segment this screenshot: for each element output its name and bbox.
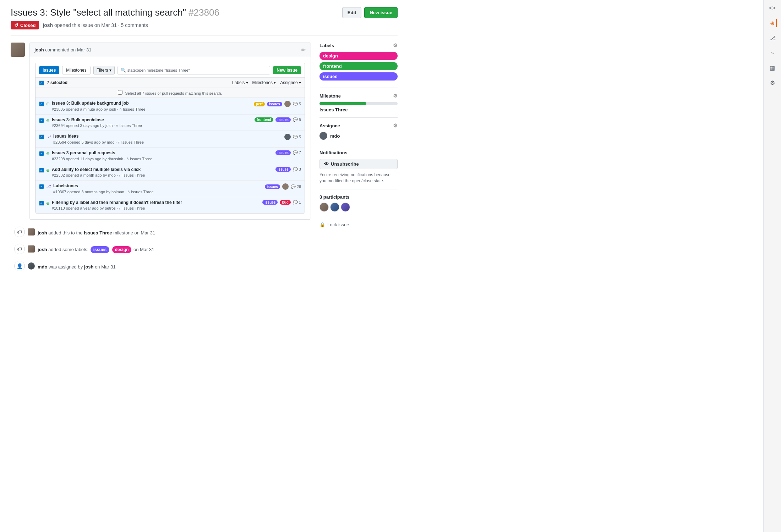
assignee-title: Assignee bbox=[320, 123, 340, 128]
row-checkbox-7[interactable] bbox=[39, 201, 44, 206]
divider bbox=[11, 35, 398, 35]
status-text: Closed bbox=[20, 23, 36, 28]
assignee-name: mdo bbox=[330, 133, 340, 139]
sidebar-notifications-section: Notifications 👁 Unsubscribe You're recei… bbox=[320, 145, 398, 189]
milestones-action[interactable]: Milestones ▾ bbox=[252, 80, 276, 85]
labels-gear-icon[interactable]: ⚙ bbox=[393, 43, 398, 48]
issues-list: ⊕ Issues 3: Bulk update background job #… bbox=[36, 98, 305, 213]
issue-content-1: Issues 3: Bulk update background job #23… bbox=[52, 101, 252, 111]
issue-right-6: issues 💬 26 bbox=[265, 183, 301, 190]
assignee-gear-icon[interactable]: ⚙ bbox=[393, 123, 398, 128]
table-row[interactable]: ⎇ Labelstones #19367 opened 3 months ago… bbox=[36, 181, 305, 197]
mini-filters-button[interactable]: Filters ▾ bbox=[93, 66, 115, 74]
mini-toolbar: Issues Milestones Filters ▾ 🔍 state:open… bbox=[36, 63, 305, 78]
comment-block: josh commented on Mar 31 ✏ Issues bbox=[11, 43, 311, 220]
commenter-name: josh bbox=[34, 47, 44, 52]
table-row[interactable]: ⊕ Add ability to select multiple labels … bbox=[36, 164, 305, 181]
notifications-title: Notifications bbox=[320, 150, 348, 155]
sidebar-labels-header: Labels ⚙ bbox=[320, 43, 398, 48]
label-issues: issues bbox=[267, 102, 282, 106]
title-text: Issues 3: Style "select all matching sea… bbox=[11, 7, 186, 18]
timeline-avatar-1 bbox=[28, 228, 35, 235]
table-row[interactable]: ⊕ Issues 3 personal pull requests #23298… bbox=[36, 148, 305, 164]
assignee-action[interactable]: Assignee ▾ bbox=[280, 80, 301, 85]
table-row[interactable]: ⊕ Issues 3: Bulk update background job #… bbox=[36, 98, 305, 115]
issue-number: #23806 bbox=[189, 7, 219, 18]
assignee-avatar-3 bbox=[284, 134, 291, 140]
issues-icon[interactable]: ⊕ bbox=[769, 19, 777, 27]
issue-content-4: Issues 3 personal pull requests #23298 o… bbox=[52, 150, 273, 161]
edit-comment-icon[interactable]: ✏ bbox=[301, 46, 306, 53]
icon-rail: <> ⊕ ⎇ ～ ▦ ⚙ bbox=[763, 0, 781, 285]
timeline-avatar-3 bbox=[28, 262, 35, 270]
timeline-text-2: josh added some labels: issues design on… bbox=[38, 245, 154, 253]
settings-icon[interactable]: ⚙ bbox=[769, 79, 776, 87]
mini-issues-ui: Issues Milestones Filters ▾ 🔍 state:open… bbox=[35, 63, 305, 214]
pulse-icon[interactable]: ～ bbox=[769, 49, 776, 57]
milestone-bar-fill bbox=[320, 102, 366, 105]
label-issues: issues bbox=[320, 72, 398, 81]
timeline-event-milestone: 🏷 josh added this to the Issues Three mi… bbox=[11, 227, 311, 237]
label-issues-6: issues bbox=[265, 184, 280, 189]
mini-issues-tab[interactable]: Issues bbox=[39, 66, 59, 74]
pull-requests-icon[interactable]: ⎇ bbox=[769, 34, 776, 42]
mini-search-box[interactable]: 🔍 state:open milestone:"Issues Three" bbox=[118, 66, 271, 74]
new-issue-button[interactable]: New issue bbox=[364, 7, 398, 18]
graphs-icon[interactable]: ▦ bbox=[769, 64, 776, 72]
code-icon[interactable]: <> bbox=[769, 4, 776, 12]
labels-action[interactable]: Labels ▾ bbox=[232, 80, 248, 85]
table-row[interactable]: ⊕ Filtering by a label and then renaming… bbox=[36, 197, 305, 214]
select-all-banner: Select all 7 issues or pull requests mat… bbox=[36, 88, 305, 98]
milestone-gear-icon[interactable]: ⚙ bbox=[393, 93, 398, 99]
timeline-event-assigned: 👤 mdo was assigned by josh on Mar 31 bbox=[11, 261, 311, 271]
mini-new-issue-button[interactable]: New Issue bbox=[273, 66, 301, 74]
label-frontend: frontend bbox=[255, 117, 273, 122]
row-checkbox-4[interactable] bbox=[39, 151, 44, 156]
sidebar-milestone-header: Milestone ⚙ bbox=[320, 93, 398, 99]
milestone-title: Milestone bbox=[320, 93, 341, 99]
participants-section: 3 participants bbox=[320, 189, 398, 217]
open-issue-icon-5: ⊕ bbox=[46, 168, 50, 173]
select-all-checkbox[interactable] bbox=[39, 81, 44, 85]
lock-issue-button[interactable]: 🔒 Lock issue bbox=[320, 222, 349, 227]
issue-meta: ↺ Closed josh opened this issue on Mar 3… bbox=[11, 21, 342, 29]
table-row[interactable]: ⎇ Issues ideas #23594 opened 5 days ago … bbox=[36, 131, 305, 148]
selected-count: 7 selected bbox=[47, 80, 67, 85]
label-bug: bug bbox=[280, 200, 290, 205]
row-checkbox-3[interactable] bbox=[39, 134, 44, 139]
label-frontend: frontend bbox=[320, 62, 398, 70]
issue-right-7: issues bug 💬 1 bbox=[262, 200, 301, 205]
timeline-text-1: josh added this to the Issues Three mile… bbox=[38, 228, 155, 237]
row-checkbox-1[interactable] bbox=[39, 101, 44, 106]
row-checkbox-5[interactable] bbox=[39, 168, 44, 173]
pr-icon-3: ⎇ bbox=[46, 134, 51, 139]
timeline-avatar-2 bbox=[28, 245, 35, 253]
lock-issue-label: Lock issue bbox=[327, 222, 349, 227]
search-text: state:open milestone:"Issues Three" bbox=[127, 68, 190, 72]
lock-issue-section: 🔒 Lock issue bbox=[320, 217, 398, 232]
mini-list-header: 7 selected Labels ▾ Milestones ▾ Assigne… bbox=[36, 78, 305, 88]
inline-label-issues: issues bbox=[91, 246, 109, 253]
row-checkbox-6[interactable] bbox=[39, 184, 44, 189]
issue-right-3: 💬 5 bbox=[284, 134, 301, 140]
labels-title: Labels bbox=[320, 43, 334, 48]
unsubscribe-label: Unsubscribe bbox=[331, 161, 359, 167]
content-sidebar: Labels ⚙ design frontend issues Mileston… bbox=[320, 43, 398, 278]
participants-avatars bbox=[320, 203, 398, 212]
row-checkbox-2[interactable] bbox=[39, 118, 44, 123]
edit-button[interactable]: Edit bbox=[342, 7, 362, 18]
comment-box: josh commented on Mar 31 ✏ Issues bbox=[29, 43, 311, 220]
unsubscribe-button[interactable]: 👁 Unsubscribe bbox=[320, 159, 398, 169]
table-row[interactable]: ⊕ Issues 3: Bulk open/close #23694 opene… bbox=[36, 115, 305, 131]
mini-milestones-tab[interactable]: Milestones bbox=[62, 66, 90, 74]
notification-note: You're receiving notifications because y… bbox=[320, 172, 398, 184]
closed-icon: ↺ bbox=[14, 22, 18, 28]
issue-meta-text: josh opened this issue on Mar 31 · 5 com… bbox=[43, 22, 148, 28]
page-title: Issues 3: Style "select all matching sea… bbox=[11, 7, 342, 18]
sidebar-assignee-header: Assignee ⚙ bbox=[320, 123, 398, 128]
label-icon: 🏷 bbox=[14, 244, 25, 254]
select-all-input[interactable] bbox=[118, 90, 122, 95]
mini-header-actions: Labels ▾ Milestones ▾ Assignee ▾ bbox=[232, 80, 301, 85]
issue-date: Mar 31 bbox=[101, 22, 117, 28]
page-header: Issues 3: Style "select all matching sea… bbox=[11, 7, 398, 29]
